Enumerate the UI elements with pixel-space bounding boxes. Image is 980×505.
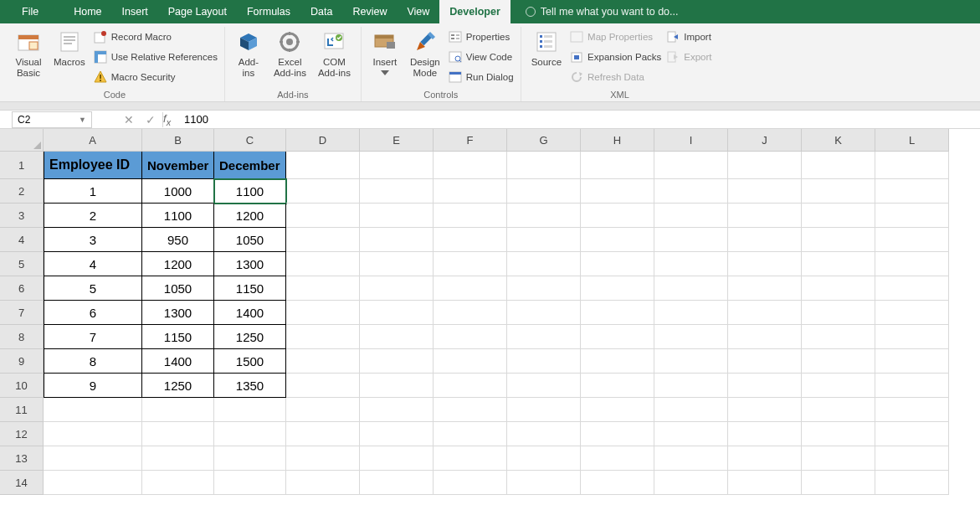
cell[interactable]: [654, 301, 728, 325]
cell[interactable]: [360, 422, 434, 446]
column-header[interactable]: A: [44, 129, 142, 152]
column-header[interactable]: D: [286, 129, 360, 152]
cell[interactable]: [728, 349, 802, 374]
cell[interactable]: [434, 398, 507, 422]
cell[interactable]: December: [214, 152, 286, 179]
column-header[interactable]: B: [142, 129, 214, 152]
cell[interactable]: 1250: [214, 325, 286, 349]
cell[interactable]: [728, 374, 802, 398]
cell[interactable]: [802, 446, 875, 471]
com-addins-button[interactable]: COM Add-ins: [315, 27, 354, 90]
cell[interactable]: [434, 349, 507, 374]
cell[interactable]: 5: [44, 276, 142, 301]
cell[interactable]: [875, 179, 949, 204]
cell[interactable]: [507, 374, 581, 398]
formula-bar-input[interactable]: [177, 113, 980, 126]
cell[interactable]: [44, 446, 142, 471]
cell[interactable]: [728, 471, 802, 495]
cell[interactable]: 950: [142, 228, 214, 252]
macros-button[interactable]: Macros: [50, 27, 89, 90]
cell[interactable]: 3: [44, 228, 142, 252]
column-header[interactable]: L: [875, 129, 949, 152]
tab-review[interactable]: Review: [342, 0, 397, 23]
cell[interactable]: [581, 179, 654, 204]
row-header[interactable]: 4: [0, 228, 44, 252]
cell[interactable]: [286, 471, 360, 495]
cell[interactable]: [802, 471, 875, 495]
cell[interactable]: [875, 276, 949, 301]
cell[interactable]: [728, 179, 802, 204]
cell[interactable]: 1300: [142, 301, 214, 325]
cell[interactable]: [434, 179, 507, 204]
tell-me-search[interactable]: Tell me what you want to do...: [516, 0, 689, 23]
cell[interactable]: 1150: [214, 276, 286, 301]
cell[interactable]: [728, 398, 802, 422]
cell[interactable]: [581, 276, 654, 301]
excel-addins-button[interactable]: Excel Add-ins: [270, 27, 310, 90]
cell[interactable]: [654, 398, 728, 422]
tab-file[interactable]: File: [12, 0, 49, 23]
cell[interactable]: 1: [44, 179, 142, 204]
cell[interactable]: [44, 471, 142, 495]
cell[interactable]: [434, 301, 507, 325]
cell[interactable]: [728, 301, 802, 325]
tab-formulas[interactable]: Formulas: [237, 0, 300, 23]
cell[interactable]: [802, 398, 875, 422]
cell[interactable]: [507, 349, 581, 374]
cell[interactable]: [654, 325, 728, 349]
cell[interactable]: [581, 471, 654, 495]
record-macro-button[interactable]: Record Macro: [94, 28, 218, 45]
cell[interactable]: [286, 349, 360, 374]
cell[interactable]: [286, 325, 360, 349]
cell[interactable]: [360, 204, 434, 228]
xml-export-button[interactable]: Export: [666, 49, 711, 65]
cell[interactable]: [360, 349, 434, 374]
row-header[interactable]: 11: [0, 398, 44, 422]
cell[interactable]: [654, 446, 728, 471]
cell[interactable]: [360, 252, 434, 276]
column-header[interactable]: K: [802, 129, 875, 152]
cell[interactable]: [507, 252, 581, 276]
cell[interactable]: 1100: [214, 179, 286, 204]
cell[interactable]: [286, 374, 360, 398]
cell[interactable]: [728, 228, 802, 252]
cell[interactable]: [507, 152, 581, 179]
cell[interactable]: [654, 228, 728, 252]
design-mode-button[interactable]: Design Mode: [407, 27, 444, 90]
cell[interactable]: [434, 446, 507, 471]
cell[interactable]: [507, 446, 581, 471]
row-header[interactable]: 6: [0, 276, 44, 301]
cell[interactable]: [581, 228, 654, 252]
cell[interactable]: 7: [44, 325, 142, 349]
cell[interactable]: [802, 374, 875, 398]
cell[interactable]: 1200: [214, 204, 286, 228]
cell[interactable]: [286, 228, 360, 252]
tab-data[interactable]: Data: [300, 0, 342, 23]
cell[interactable]: [507, 204, 581, 228]
xml-source-button[interactable]: Source: [528, 27, 565, 90]
cell[interactable]: [142, 446, 214, 471]
macro-security-button[interactable]: Macro Security: [94, 69, 218, 85]
cell[interactable]: [802, 301, 875, 325]
cell[interactable]: [286, 152, 360, 179]
tab-developer[interactable]: Developer: [439, 0, 510, 23]
tab-view[interactable]: View: [397, 0, 439, 23]
cell[interactable]: [581, 374, 654, 398]
cell[interactable]: [875, 204, 949, 228]
cell[interactable]: [434, 252, 507, 276]
cell[interactable]: [214, 422, 286, 446]
cell[interactable]: 2: [44, 204, 142, 228]
cell[interactable]: [875, 252, 949, 276]
use-relative-references-button[interactable]: Use Relative References: [94, 49, 218, 65]
cell[interactable]: [360, 301, 434, 325]
cell[interactable]: [286, 204, 360, 228]
cell[interactable]: 1400: [214, 301, 286, 325]
cell[interactable]: November: [142, 152, 214, 179]
cell[interactable]: [360, 446, 434, 471]
cell[interactable]: [802, 422, 875, 446]
row-header[interactable]: 7: [0, 301, 44, 325]
cell[interactable]: 1300: [214, 252, 286, 276]
visual-basic-button[interactable]: Visual Basic: [12, 27, 45, 90]
cell[interactable]: [142, 422, 214, 446]
cell[interactable]: [434, 325, 507, 349]
